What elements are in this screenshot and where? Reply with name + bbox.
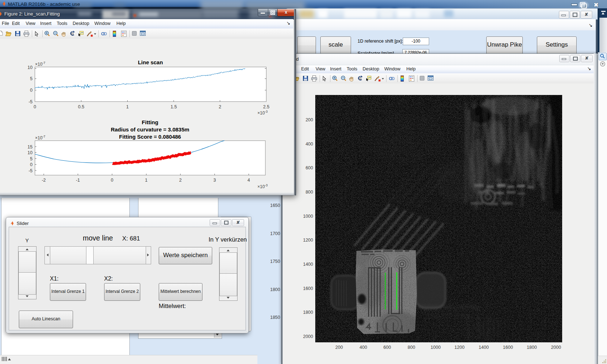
svg-text:×10-7: ×10-7 [35, 135, 45, 140]
svg-text:1: 1 [126, 104, 129, 109]
svg-text:2: 2 [219, 104, 221, 109]
svg-text:-5: -5 [29, 99, 33, 104]
svg-text:×10-3: ×10-3 [257, 183, 268, 189]
svg-text:Radius of curvature = 3.0835m: Radius of curvature = 3.0835m [111, 126, 189, 133]
svg-text:0: 0 [30, 162, 33, 167]
svg-text:2: 2 [179, 178, 182, 183]
svg-text:-2: -2 [42, 178, 46, 183]
svg-text:0: 0 [34, 104, 36, 109]
svg-text:Line scan: Line scan [138, 59, 163, 65]
svg-text:Fitting Score = 0.080486: Fitting Score = 0.080486 [119, 134, 181, 140]
svg-text:0: 0 [111, 178, 114, 183]
svg-text:1.5: 1.5 [171, 104, 177, 109]
svg-text:-1: -1 [76, 178, 80, 183]
svg-text:Fitting: Fitting [142, 119, 158, 125]
svg-text:0: 0 [30, 88, 33, 93]
svg-text:5: 5 [30, 76, 33, 81]
svg-text:0.5: 0.5 [78, 104, 84, 109]
svg-text:3: 3 [213, 178, 216, 183]
svg-text:4: 4 [248, 178, 250, 183]
svg-text:-5: -5 [29, 168, 33, 173]
svg-text:1: 1 [145, 178, 148, 183]
svg-text:2.5: 2.5 [263, 104, 269, 109]
svg-text:×10-7: ×10-7 [35, 61, 45, 67]
svg-text:×10-3: ×10-3 [257, 110, 268, 116]
svg-text:15: 15 [27, 144, 33, 150]
svg-text:10: 10 [27, 65, 33, 70]
svg-text:10: 10 [27, 150, 33, 155]
svg-text:5: 5 [30, 156, 33, 161]
